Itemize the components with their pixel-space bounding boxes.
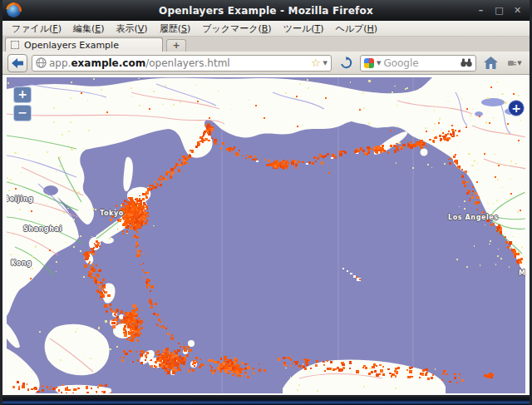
back-button[interactable] (7, 54, 27, 72)
map-city-label: Los Angeles (448, 214, 499, 221)
map-zoom-out-button[interactable]: − (13, 105, 32, 121)
land-shikoku (102, 237, 114, 244)
menu-bar: ファイル(F) 編集(E) 表示(V) 履歴(S) ブックマーク(B) ツール(… (2, 21, 530, 37)
firefox-window: Openlayers Example - Mozilla Firefox – □… (0, 0, 532, 405)
map-city-label: Tokyo (100, 210, 124, 217)
menu-bookmarks[interactable]: ブックマーク(B) (196, 22, 277, 36)
browser-content: BeijingShanghaiKongTokyoLos AngelesM + −… (2, 75, 530, 395)
close-button[interactable]: ✕ (512, 5, 523, 16)
tab-favicon-placeholder (11, 41, 19, 49)
search-binoculars-icon[interactable] (461, 58, 472, 67)
land-kodiak (421, 149, 428, 156)
url-bar[interactable]: app.example.com/openlayers.html ☆ ▼ (32, 55, 332, 72)
bookmark-star-icon[interactable]: ☆ (311, 57, 321, 68)
tab-openlayers-example[interactable]: Openlayers Example (5, 37, 163, 52)
navigation-toolbar: app.example.com/openlayers.html ☆ ▼ ▼ (2, 52, 530, 75)
reload-icon (340, 57, 352, 69)
map-city-label: M (519, 269, 525, 277)
globe-icon (36, 57, 47, 68)
search-engine-chevron-icon[interactable]: ▼ (377, 60, 381, 67)
map-canvas (7, 77, 525, 393)
openlayers-map[interactable]: BeijingShanghaiKongTokyoLos AngelesM + −… (7, 77, 525, 393)
toolbar-extra-button[interactable]: ▼ (505, 54, 525, 72)
minimize-button[interactable]: – (475, 5, 486, 16)
search-bar[interactable]: ▼ (360, 55, 476, 72)
window-bottom-edge (2, 395, 530, 405)
url-text: app.example.com/openlayers.html (49, 57, 230, 69)
tab-label: Openlayers Example (24, 40, 119, 51)
home-button[interactable] (480, 54, 500, 72)
tab-bar: Openlayers Example + (2, 37, 530, 52)
land-hainan (21, 274, 29, 282)
title-bar: Openlayers Example - Mozilla Firefox – □… (2, 0, 530, 21)
url-dropdown-chevron-icon[interactable]: ▼ (323, 60, 328, 67)
new-tab-button[interactable]: + (166, 39, 186, 52)
map-city-label: Shanghai (23, 225, 62, 233)
menu-history[interactable]: 履歴(S) (154, 22, 197, 36)
menu-view[interactable]: 表示(V) (111, 22, 154, 36)
back-arrow-icon (12, 58, 23, 68)
menu-tools[interactable]: ツール(T) (278, 22, 330, 36)
map-city-label: Beijing (7, 195, 33, 203)
menu-file[interactable]: ファイル(F) (6, 22, 67, 36)
layer-switcher-button[interactable]: + (508, 100, 525, 116)
menu-help[interactable]: ヘルプ(H) (329, 22, 383, 36)
search-input[interactable] (383, 57, 458, 69)
toolbar-extra-chevron-icon: ▼ (517, 60, 521, 67)
map-zoom-in-button[interactable]: + (13, 86, 32, 103)
menu-edit[interactable]: 編集(E) (67, 22, 111, 36)
window-title: Openlayers Example - Mozilla Firefox (2, 5, 530, 17)
google-engine-icon[interactable] (364, 58, 374, 68)
maximize-button[interactable]: □ (494, 5, 505, 16)
reload-button[interactable] (336, 54, 356, 72)
toolbar-extra-icon (507, 58, 517, 68)
firefox-icon (7, 3, 21, 17)
home-icon (484, 57, 498, 69)
map-city-label: Kong (11, 259, 32, 267)
